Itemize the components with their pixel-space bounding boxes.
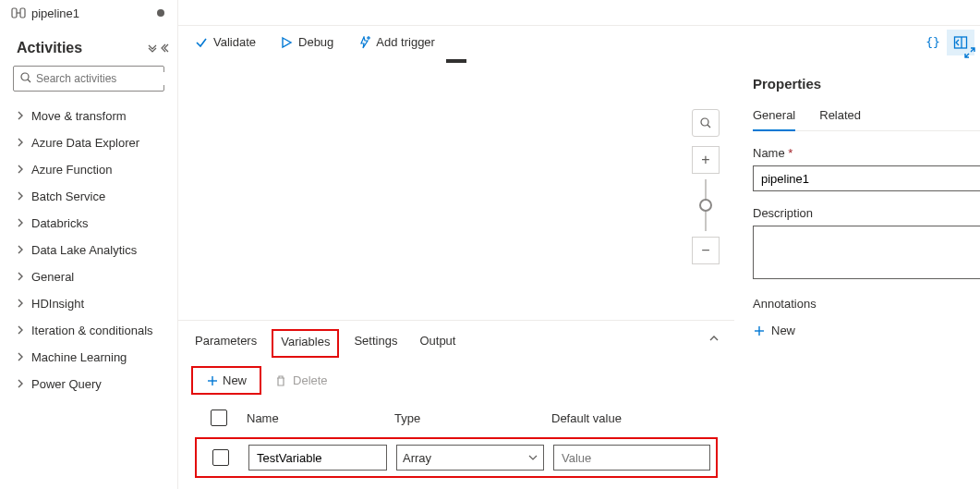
col-type: Type: [394, 411, 542, 425]
tree-label: General: [31, 270, 74, 284]
tree-label: Machine Learning: [31, 350, 127, 364]
zoom-in-button[interactable]: +: [692, 146, 720, 174]
new-variable-button[interactable]: New: [199, 370, 254, 391]
svg-rect-0: [12, 8, 17, 18]
zoom-controls: + −: [692, 109, 720, 264]
code-view-button[interactable]: {}: [919, 30, 947, 55]
tree-label: Data Lake Analytics: [31, 243, 137, 257]
svg-point-9: [701, 118, 708, 126]
zoom-slider[interactable]: [705, 179, 707, 231]
tree-label: HDInsight: [31, 297, 84, 311]
tab-general[interactable]: General: [753, 104, 795, 131]
validate-label: Validate: [213, 35, 256, 49]
trigger-icon: [357, 36, 370, 49]
chevron-right-icon: [17, 189, 24, 203]
annotations-label: Annotations: [753, 297, 980, 311]
annotation-new-label: New: [771, 324, 795, 337]
annotation-new-button[interactable]: New: [753, 324, 795, 337]
add-trigger-label: Add trigger: [376, 35, 435, 49]
row-checkbox[interactable]: [212, 449, 229, 466]
tree-label: Databricks: [31, 216, 88, 230]
search-activities-box[interactable]: [13, 66, 164, 92]
chevron-right-icon: [17, 297, 24, 311]
col-name: Name: [247, 411, 385, 425]
pipeline-canvas[interactable]: + −: [178, 59, 734, 320]
tree-label: Move & transform: [31, 109, 127, 123]
chevron-right-icon: [17, 270, 24, 284]
play-icon: [280, 36, 293, 49]
chevron-right-icon: [17, 109, 24, 123]
collapse-panel-button[interactable]: [708, 332, 720, 346]
variable-type-select[interactable]: Array: [396, 445, 544, 471]
trash-icon: [274, 374, 287, 387]
variable-default-input[interactable]: [553, 445, 710, 471]
table-header: Name Type Default value: [195, 404, 718, 437]
add-trigger-button[interactable]: Add trigger: [357, 35, 435, 49]
description-input[interactable]: [753, 226, 980, 279]
tree-item[interactable]: Azure Function: [0, 156, 177, 183]
name-label: Name *: [753, 146, 980, 160]
tree-item[interactable]: Machine Learning: [0, 344, 177, 371]
chevron-down-icon: [528, 454, 538, 461]
search-icon: [19, 71, 32, 87]
type-value: Array: [403, 451, 431, 465]
tree-item[interactable]: Iteration & conditionals: [0, 317, 177, 344]
pipeline-icon: [11, 6, 26, 20]
tree-item[interactable]: General: [0, 263, 177, 290]
debug-button[interactable]: Debug: [280, 35, 333, 49]
checkmark-icon: [195, 36, 208, 49]
zoom-fit-button[interactable]: [692, 109, 720, 137]
tree-item[interactable]: Azure Data Explorer: [0, 129, 177, 156]
properties-panel: ··· Properties General Related Name * De…: [734, 59, 980, 489]
description-label: Description: [753, 206, 980, 220]
tab-header: pipeline1: [0, 0, 177, 27]
config-tabs: Parameters Variables Settings Output: [178, 321, 734, 357]
svg-line-10: [708, 125, 710, 128]
tree-label: Azure Function: [31, 163, 112, 177]
plus-icon: [206, 374, 219, 387]
table-row: Array: [200, 445, 712, 471]
name-input[interactable]: [753, 165, 980, 191]
tree-item[interactable]: Data Lake Analytics: [0, 237, 177, 263]
variables-table: Name Type Default value Array: [178, 404, 734, 489]
zoom-out-button[interactable]: −: [692, 237, 720, 264]
select-all-checkbox[interactable]: [211, 410, 227, 426]
tree-label: Batch Service: [31, 189, 105, 203]
tree-item[interactable]: Move & transform: [0, 103, 177, 129]
tree-label: Iteration & conditionals: [31, 324, 153, 337]
variable-name-input[interactable]: [248, 445, 387, 471]
tab-output[interactable]: Output: [419, 328, 455, 357]
tree-item[interactable]: Power Query: [0, 371, 177, 397]
tree-item[interactable]: Batch Service: [0, 183, 177, 210]
new-label: New: [223, 373, 247, 387]
chevron-right-icon: [17, 350, 24, 364]
activities-title: Activities: [17, 40, 148, 56]
chevron-right-icon: [17, 377, 24, 391]
props-tabs: General Related: [753, 104, 980, 131]
svg-line-4: [28, 79, 30, 82]
svg-point-3: [21, 73, 29, 80]
debug-label: Debug: [298, 35, 333, 49]
tab-related[interactable]: Related: [819, 104, 861, 130]
chevron-double-down-icon: [148, 43, 157, 53]
tree-item[interactable]: Databricks: [0, 210, 177, 237]
tree-label: Azure Data Explorer: [31, 136, 139, 150]
validate-button[interactable]: Validate: [195, 35, 256, 49]
chevron-right-icon: [17, 136, 24, 150]
svg-rect-1: [20, 8, 25, 18]
search-activities-input[interactable]: [32, 72, 175, 85]
expand-button[interactable]: [963, 46, 976, 62]
chevron-double-left-icon: [161, 43, 170, 53]
activities-header: Activities: [0, 27, 177, 66]
tab-parameters[interactable]: Parameters: [195, 328, 257, 357]
tree-item[interactable]: HDInsight: [0, 290, 177, 317]
tab-title: pipeline1: [31, 6, 151, 20]
expand-icon: [963, 46, 976, 59]
tab-variables[interactable]: Variables: [281, 329, 330, 358]
tab-settings[interactable]: Settings: [354, 328, 397, 357]
delete-label: Delete: [293, 373, 328, 387]
collapse-controls[interactable]: [148, 43, 170, 53]
zoom-handle[interactable]: [699, 199, 712, 212]
chevron-right-icon: [17, 324, 24, 337]
chevron-right-icon: [17, 163, 24, 177]
